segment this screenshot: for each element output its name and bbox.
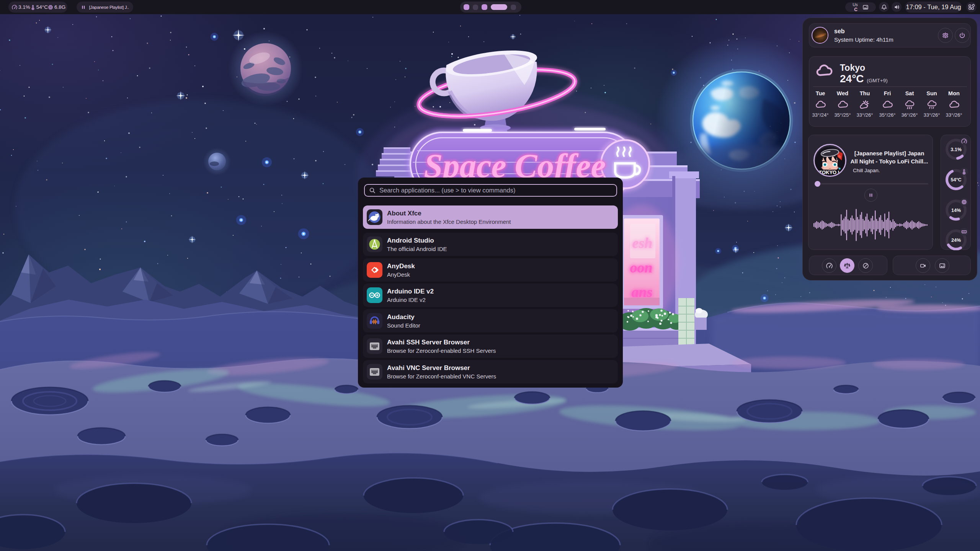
svg-text:54°C: 54°C — [951, 177, 962, 183]
svg-text:oon: oon — [630, 259, 652, 276]
svg-text:3.1%: 3.1% — [951, 147, 962, 152]
svg-text:14%: 14% — [951, 208, 961, 213]
svg-text:24%: 24% — [951, 238, 961, 243]
svg-text:ans: ans — [632, 284, 653, 300]
